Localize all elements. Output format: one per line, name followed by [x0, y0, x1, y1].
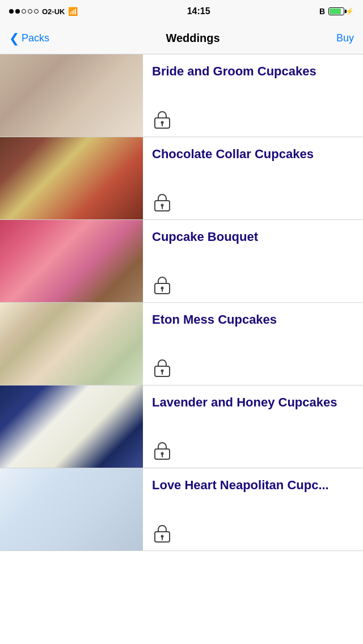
- cupcake-decor-chocolate-collar: [0, 137, 143, 219]
- item-title-love-heart: Love Heart Neapolitan Cupc...: [152, 477, 354, 493]
- lock-svg-eton-mess: [154, 358, 171, 378]
- cupcake-decor-bride-groom: [0, 54, 143, 137]
- lock-icon-eton-mess: [152, 358, 172, 378]
- item-title-chocolate-collar: Chocolate Collar Cupcakes: [152, 146, 354, 162]
- list-item[interactable]: Chocolate Collar Cupcakes: [0, 137, 363, 220]
- item-list: Bride and Groom Cupcakes Chocolate Colla…: [0, 54, 363, 551]
- dot-3: [22, 9, 26, 14]
- item-content-love-heart: Love Heart Neapolitan Cupc...: [143, 468, 363, 550]
- battery-fill: [330, 9, 341, 14]
- status-left: O2-UK 📶: [9, 7, 78, 16]
- lock-icon-love-heart: [152, 523, 172, 544]
- list-item[interactable]: Love Heart Neapolitan Cupc...: [0, 468, 363, 551]
- lock-icon-cupcake-bouquet: [152, 275, 172, 295]
- cupcake-decor-cupcake-bouquet: [0, 220, 143, 302]
- status-right: B ⚡: [319, 7, 354, 16]
- item-image-cupcake-bouquet: [0, 220, 143, 302]
- item-image-lavender-honey: [0, 385, 143, 468]
- signal-dots: [9, 9, 39, 14]
- carrier-label: O2-UK: [42, 7, 65, 16]
- list-item[interactable]: Bride and Groom Cupcakes: [0, 54, 363, 137]
- lock-icon-bride-groom: [152, 109, 172, 130]
- item-content-bride-groom: Bride and Groom Cupcakes: [143, 54, 363, 137]
- item-image-chocolate-collar: [0, 137, 143, 219]
- item-image-eton-mess: [0, 303, 143, 385]
- item-content-eton-mess: Eton Mess Cupcakes: [143, 303, 363, 385]
- lock-svg-bride-groom: [154, 110, 171, 129]
- cupcake-decor-eton-mess: [0, 303, 143, 385]
- dot-5: [34, 9, 39, 14]
- bluetooth-icon: B: [319, 7, 325, 16]
- dot-4: [28, 9, 32, 14]
- list-item[interactable]: Cupcake Bouquet: [0, 220, 363, 303]
- buy-button[interactable]: Buy: [336, 32, 354, 44]
- cupcake-decor-love-heart: [0, 468, 143, 550]
- charge-icon: ⚡: [345, 7, 354, 15]
- wifi-icon: 📶: [68, 7, 78, 16]
- item-content-chocolate-collar: Chocolate Collar Cupcakes: [143, 137, 363, 219]
- lock-svg-love-heart: [154, 524, 171, 543]
- dot-1: [9, 9, 14, 14]
- nav-bar: ❮ Packs Weddings Buy: [0, 23, 363, 54]
- item-content-cupcake-bouquet: Cupcake Bouquet: [143, 220, 363, 302]
- battery-container: ⚡: [328, 7, 354, 15]
- item-image-love-heart: [0, 468, 143, 550]
- back-label: Packs: [22, 32, 49, 44]
- lock-svg-chocolate-collar: [154, 193, 171, 212]
- lock-icon-lavender-honey: [152, 440, 172, 461]
- item-title-bride-groom: Bride and Groom Cupcakes: [152, 63, 354, 79]
- item-title-eton-mess: Eton Mess Cupcakes: [152, 312, 354, 328]
- list-item[interactable]: Eton Mess Cupcakes: [0, 303, 363, 385]
- battery-icon: [328, 7, 344, 15]
- item-content-lavender-honey: Lavender and Honey Cupcakes: [143, 385, 363, 468]
- status-bar: O2-UK 📶 14:15 B ⚡: [0, 0, 363, 23]
- item-image-bride-groom: [0, 54, 143, 137]
- item-title-cupcake-bouquet: Cupcake Bouquet: [152, 229, 354, 245]
- page-title: Weddings: [166, 32, 220, 45]
- item-title-lavender-honey: Lavender and Honey Cupcakes: [152, 395, 354, 410]
- back-chevron-icon: ❮: [9, 32, 19, 45]
- dot-2: [15, 9, 20, 14]
- list-item[interactable]: Lavender and Honey Cupcakes: [0, 385, 363, 468]
- status-time: 14:15: [187, 6, 210, 16]
- lock-icon-chocolate-collar: [152, 192, 172, 213]
- back-button[interactable]: ❮ Packs: [9, 32, 49, 45]
- cupcake-decor-lavender-honey: [0, 385, 143, 468]
- lock-svg-cupcake-bouquet: [154, 276, 171, 295]
- lock-svg-lavender-honey: [154, 441, 171, 460]
